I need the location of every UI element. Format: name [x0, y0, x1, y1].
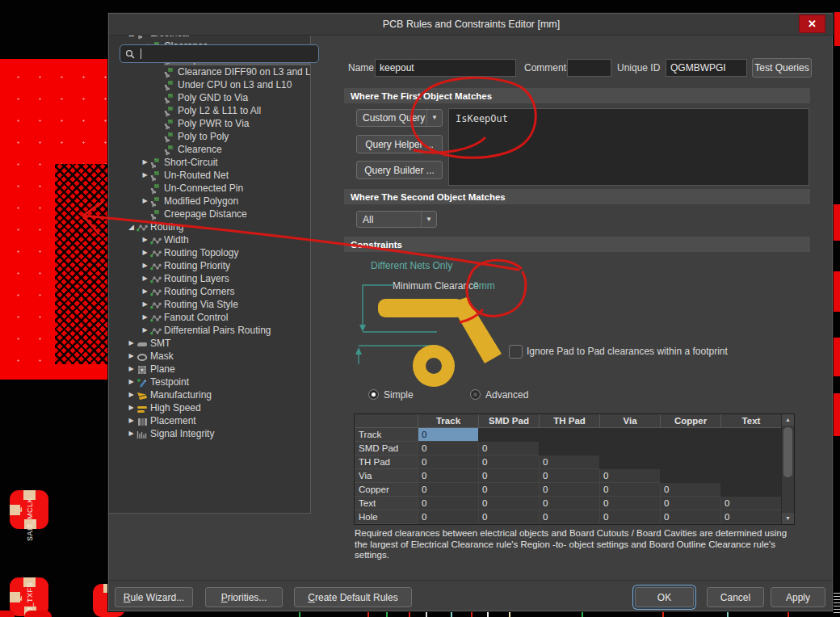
- matrix-col-rowlabel[interactable]: [355, 414, 418, 428]
- matrix-cell-hole-via[interactable]: 0: [599, 510, 660, 524]
- collapsed-arrow-icon[interactable]: ▶: [140, 195, 150, 208]
- matrix-row-smd-pad[interactable]: SMD Pad: [355, 442, 418, 455]
- matrix-cell-copper-copper[interactable]: 0: [660, 483, 720, 497]
- collapsed-arrow-icon[interactable]: ▶: [126, 401, 136, 414]
- simple-radio-label[interactable]: Simple: [384, 389, 414, 401]
- advanced-radio[interactable]: [470, 389, 481, 400]
- matrix-row-hole[interactable]: Hole: [355, 510, 418, 524]
- tree-item-un-routed-net[interactable]: ▶Un-Routed Net: [109, 169, 310, 182]
- matrix-cell-th-pad-track[interactable]: 0: [418, 455, 478, 469]
- matrix-cell-via-via[interactable]: 0: [599, 469, 660, 483]
- matrix-cell-text-copper[interactable]: 0: [660, 497, 720, 510]
- collapsed-arrow-icon[interactable]: ▶: [140, 272, 150, 285]
- dialog-titlebar[interactable]: PCB Rules and Constraints Editor [mm]: [109, 14, 834, 36]
- scroll-down-icon[interactable]: ▼: [782, 513, 794, 524]
- tree-item-fanout-control[interactable]: ▶Fanout Control: [109, 311, 310, 324]
- matrix-cell-text-via[interactable]: 0: [599, 497, 660, 510]
- collapsed-arrow-icon[interactable]: ▶: [140, 259, 150, 272]
- matrix-cell-hole-smd-pad[interactable]: 0: [478, 510, 539, 524]
- tree-item-un-connected-pin[interactable]: Un-Connected Pin: [109, 182, 310, 195]
- scroll-up-icon[interactable]: ▲: [782, 414, 794, 426]
- scrollbar-thumb[interactable]: [783, 427, 792, 477]
- tree-item-width[interactable]: ▶Width: [109, 233, 310, 246]
- matrix-cell-copper-th-pad[interactable]: 0: [539, 483, 599, 497]
- matrix-cell-text-text[interactable]: 0: [720, 497, 781, 510]
- tree-item-routing-topology[interactable]: ▶Routing Topology: [109, 246, 310, 259]
- collapsed-arrow-icon[interactable]: ▶: [140, 246, 150, 259]
- matrix-cell-text-track[interactable]: 0: [418, 497, 478, 510]
- matrix-cell-smd-pad-smd-pad[interactable]: 0: [478, 442, 539, 455]
- tree-item-signal-integrity[interactable]: ▶Signal Integrity: [109, 427, 310, 440]
- tree-item-routing-layers[interactable]: ▶Routing Layers: [109, 272, 310, 285]
- comment-field[interactable]: [567, 59, 611, 77]
- matrix-cell-via-th-pad[interactable]: 0: [539, 469, 599, 483]
- collapsed-arrow-icon[interactable]: ▶: [140, 233, 150, 246]
- tree-item-manufacturing[interactable]: ▶Manufacturing: [109, 388, 310, 401]
- matrix-scrollbar[interactable]: ▲ ▼: [781, 414, 794, 524]
- collapsed-arrow-icon[interactable]: ▶: [126, 363, 136, 376]
- tree-item-poly-pwr-to-via[interactable]: Poly PWR to Via: [109, 117, 310, 130]
- collapsed-arrow-icon[interactable]: ▶: [126, 427, 136, 440]
- custom-query-editor[interactable]: IsKeepOut: [448, 108, 809, 186]
- matrix-cell-text-smd-pad[interactable]: 0: [478, 497, 539, 510]
- different-nets-only-label[interactable]: Different Nets Only: [371, 260, 452, 271]
- matrix-cell-smd-pad-track[interactable]: 0: [418, 442, 478, 455]
- matrix-cell-via-track[interactable]: 0: [418, 469, 478, 483]
- tree-item-clearance-diff90-on-l3-and-l1[interactable]: Clearance DIFF90 on L3 and L1: [109, 65, 310, 78]
- collapsed-arrow-icon[interactable]: ▶: [140, 298, 150, 311]
- matrix-col-via[interactable]: Via: [599, 414, 660, 428]
- matrix-col-track[interactable]: Track: [418, 414, 478, 428]
- matrix-cell-track-track[interactable]: 0: [418, 428, 478, 442]
- collapsed-arrow-icon[interactable]: ▶: [126, 414, 136, 427]
- tree-item-testpoint[interactable]: ▶Testpoint: [109, 376, 310, 388]
- collapsed-arrow-icon[interactable]: ▶: [140, 324, 150, 337]
- expanded-arrow-icon[interactable]: ◢: [126, 220, 136, 233]
- rule-wizard-button[interactable]: Rule Wizard...: [115, 587, 193, 607]
- matrix-row-th-pad[interactable]: TH Pad: [355, 455, 418, 469]
- collapsed-arrow-icon[interactable]: ▶: [140, 285, 150, 298]
- unique-id-field[interactable]: [666, 59, 747, 77]
- tree-item-high-speed[interactable]: ▶High Speed: [109, 401, 310, 414]
- matrix-cell-copper-via[interactable]: 0: [599, 483, 660, 497]
- second-object-scope-dropdown[interactable]: All ▼: [356, 211, 437, 228]
- matrix-row-track[interactable]: Track: [355, 428, 418, 442]
- tree-item-routing-corners[interactable]: ▶Routing Corners: [109, 285, 310, 298]
- tree-item-routing-priority[interactable]: ▶Routing Priority: [109, 259, 310, 272]
- query-helper-button[interactable]: Query Helper ...: [356, 135, 443, 153]
- simple-radio[interactable]: [368, 389, 379, 400]
- tree-item-poly-gnd-to-via[interactable]: Poly GND to Via: [109, 91, 310, 104]
- tree-item-short-circuit[interactable]: ▶Short-Circuit: [109, 156, 310, 169]
- collapsed-arrow-icon[interactable]: ▶: [140, 169, 150, 182]
- tree-item-smt[interactable]: ▶SMT: [109, 337, 310, 350]
- matrix-cell-hole-text[interactable]: 0: [720, 510, 781, 524]
- name-field[interactable]: [375, 59, 516, 77]
- collapsed-arrow-icon[interactable]: ▶: [140, 311, 150, 324]
- tree-item-clearence[interactable]: Clearence: [109, 143, 310, 156]
- tree-item-routing[interactable]: ◢Routing: [109, 220, 310, 233]
- tree-item-differential-pairs-routing[interactable]: ▶Differential Pairs Routing: [109, 324, 310, 337]
- rules-search-input[interactable]: [120, 44, 319, 63]
- test-queries-button[interactable]: Test Queries: [752, 58, 812, 78]
- ignore-pad-to-pad-checkbox[interactable]: [509, 345, 523, 359]
- matrix-cell-hole-copper[interactable]: 0: [660, 510, 720, 524]
- matrix-row-copper[interactable]: Copper: [355, 483, 418, 497]
- tree-item-poly-to-poly[interactable]: Poly to Poly: [109, 130, 310, 143]
- close-button[interactable]: ✕: [799, 15, 825, 33]
- priorities-button[interactable]: Priorities...: [205, 587, 283, 607]
- create-default-rules-button[interactable]: Create Default Rules: [294, 587, 412, 607]
- matrix-cell-text-th-pad[interactable]: 0: [539, 497, 599, 510]
- tree-item-plane[interactable]: ▶Plane: [109, 363, 310, 376]
- tree-item-under-cpu-on-l3-and-l10[interactable]: Under CPU on L3 and L10: [109, 78, 310, 91]
- matrix-cell-hole-track[interactable]: 0: [418, 510, 478, 524]
- tree-item-routing-via-style[interactable]: ▶Routing Via Style: [109, 298, 310, 311]
- matrix-cell-th-pad-smd-pad[interactable]: 0: [478, 455, 539, 469]
- matrix-col-copper[interactable]: Copper: [660, 414, 720, 428]
- collapsed-arrow-icon[interactable]: ▶: [140, 156, 150, 169]
- collapsed-arrow-icon[interactable]: ▶: [126, 350, 136, 363]
- advanced-radio-label[interactable]: Advanced: [485, 389, 528, 401]
- matrix-cell-copper-smd-pad[interactable]: 0: [478, 483, 539, 497]
- collapsed-arrow-icon[interactable]: ▶: [126, 337, 136, 350]
- cancel-button[interactable]: Cancel: [707, 587, 764, 607]
- tree-item-mask[interactable]: ▶Mask: [109, 350, 310, 363]
- collapsed-arrow-icon[interactable]: ▶: [126, 376, 136, 388]
